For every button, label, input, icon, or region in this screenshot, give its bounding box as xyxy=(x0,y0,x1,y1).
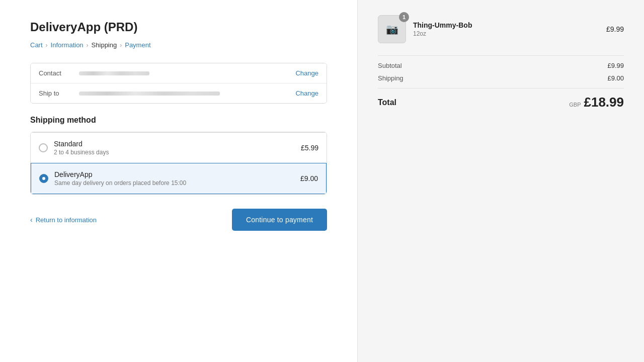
contact-change[interactable]: Change xyxy=(295,69,318,77)
shipping-price-standard: £5.99 xyxy=(301,144,318,152)
app-title: DeliveryApp (PRD) xyxy=(30,20,327,34)
breadcrumb-information[interactable]: Information xyxy=(51,41,84,49)
subtotal-row: Subtotal £9.99 xyxy=(378,62,624,69)
product-price: £9.99 xyxy=(606,25,624,33)
breadcrumb-sep-3: › xyxy=(120,42,122,49)
radio-deliveryapp[interactable] xyxy=(39,174,48,183)
total-value-wrap: GBP £18.99 xyxy=(569,95,624,110)
breadcrumb-sep-1: › xyxy=(46,42,48,49)
contact-row: Contact Change xyxy=(31,63,327,83)
shipping-option-deliveryapp[interactable]: DeliveryApp Same day delivery on orders … xyxy=(31,163,327,194)
chevron-left-icon: ‹ xyxy=(30,216,33,224)
radio-standard[interactable] xyxy=(39,143,48,152)
bottom-actions: ‹ Return to information Continue to paym… xyxy=(30,209,327,231)
product-name: Thing-Ummy-Bob xyxy=(413,21,599,29)
shipping-method-title: Shipping method xyxy=(30,116,327,125)
ship-to-value xyxy=(79,89,289,97)
return-label: Return to information xyxy=(36,216,97,224)
shipping-row: Shipping £9.00 xyxy=(378,74,624,82)
shipping-info-standard: Standard 2 to 4 business days xyxy=(54,140,301,156)
contact-masked xyxy=(79,71,149,75)
order-item: 1 📷 Thing-Ummy-Bob 12oz £9.99 xyxy=(378,15,624,43)
ship-to-masked xyxy=(79,92,220,96)
camera-icon: 📷 xyxy=(386,23,398,35)
shipping-info-deliveryapp: DeliveryApp Same day delivery on orders … xyxy=(54,170,300,187)
shipping-option-standard[interactable]: Standard 2 to 4 business days £5.99 xyxy=(31,132,327,163)
contact-value xyxy=(79,69,289,77)
breadcrumb-payment[interactable]: Payment xyxy=(125,41,150,49)
breadcrumb-shipping: Shipping xyxy=(92,41,117,49)
return-link[interactable]: ‹ Return to information xyxy=(30,216,97,224)
right-panel: 1 📷 Thing-Ummy-Bob 12oz £9.99 Subtotal £… xyxy=(357,0,644,362)
total-currency: GBP xyxy=(569,102,581,108)
ship-to-change[interactable]: Change xyxy=(295,89,318,97)
breadcrumb-sep-2: › xyxy=(87,42,89,49)
total-label: Total xyxy=(378,98,396,107)
shipping-summary-label: Shipping xyxy=(378,74,404,82)
ship-to-row: Ship to Change xyxy=(31,83,327,103)
total-value: £18.99 xyxy=(584,95,624,110)
shipping-options: Standard 2 to 4 business days £5.99 Deli… xyxy=(30,132,327,195)
total-row: Total GBP £18.99 xyxy=(378,95,624,110)
subtotal-label: Subtotal xyxy=(378,62,402,69)
order-divider-2 xyxy=(378,88,624,88)
shipping-desc-standard: 2 to 4 business days xyxy=(54,149,301,156)
product-details: Thing-Ummy-Bob 12oz xyxy=(413,21,599,37)
product-variant: 12oz xyxy=(413,30,599,37)
contact-label: Contact xyxy=(39,69,79,77)
shipping-name-standard: Standard xyxy=(54,140,301,148)
continue-button[interactable]: Continue to payment xyxy=(232,209,327,231)
left-panel: DeliveryApp (PRD) Cart › Information › S… xyxy=(0,0,357,362)
breadcrumb-cart[interactable]: Cart xyxy=(30,41,43,49)
shipping-name-deliveryapp: DeliveryApp xyxy=(54,170,300,178)
breadcrumb: Cart › Information › Shipping › Payment xyxy=(30,41,327,49)
shipping-desc-deliveryapp: Same day delivery on orders placed befor… xyxy=(54,179,300,187)
ship-to-label: Ship to xyxy=(39,89,79,97)
shipping-price-deliveryapp: £9.00 xyxy=(300,174,318,183)
subtotal-value: £9.99 xyxy=(607,62,624,69)
info-box: Contact Change Ship to Change xyxy=(30,63,327,104)
product-image-wrap: 1 📷 xyxy=(378,15,406,43)
product-badge: 1 xyxy=(399,12,409,22)
order-divider xyxy=(378,55,624,56)
shipping-summary-value: £9.00 xyxy=(607,74,624,82)
